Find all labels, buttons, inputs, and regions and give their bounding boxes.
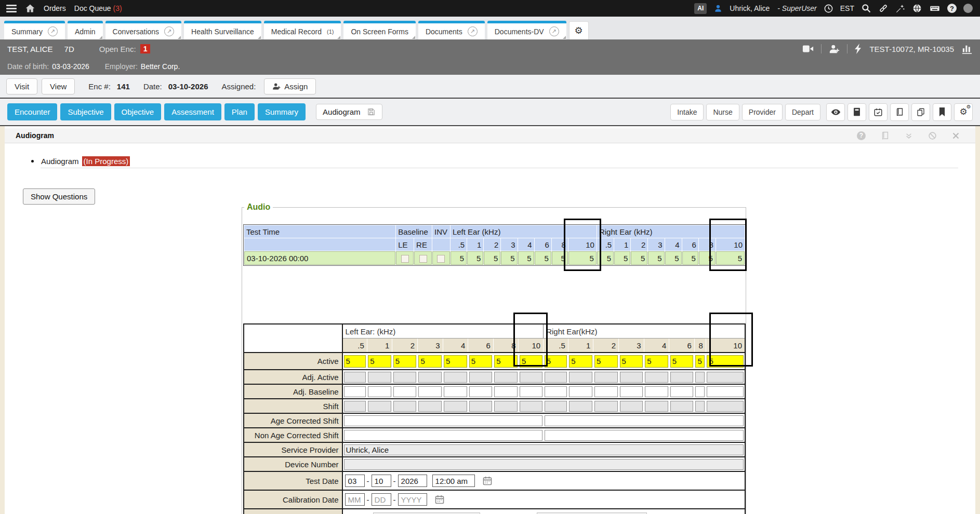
threshold-value-cell[interactable]: 5 [552,251,568,265]
nav-doc-queue[interactable]: Doc Queue (3) [74,4,122,12]
inv-checkbox[interactable] [437,255,445,263]
tab-conversations[interactable]: Conversations↗ [105,21,182,39]
ai-badge[interactable]: AI [694,3,707,14]
keyboard-icon[interactable] [929,3,941,13]
gears-icon[interactable]: ⚙⚙ [954,103,973,121]
lightning-bolt-icon[interactable] [855,44,862,54]
calendar-check-icon[interactable] [869,103,888,121]
nav-button-plan[interactable]: Plan [224,103,255,120]
threshold-value-cell[interactable]: 5 [451,251,467,265]
adj-active-input[interactable] [393,372,417,383]
nav-button-encounter[interactable]: Encounter [7,103,57,120]
tab-medical-record[interactable]: Medical Record(1) [264,21,341,39]
active-input[interactable]: 5 [494,355,518,368]
shift-input[interactable] [695,401,705,412]
threshold-value-cell[interactable]: 5 [518,251,534,265]
active-input[interactable]: 5 [620,355,643,368]
shift-input[interactable] [393,401,417,412]
shift-input[interactable] [670,401,694,412]
archive-box-icon[interactable] [847,103,866,121]
shift-input[interactable] [368,401,391,412]
adj-baseline-input[interactable] [469,386,493,397]
calendar-icon[interactable] [482,476,493,486]
nav-button-objective[interactable]: Objective [114,103,162,120]
shift-input[interactable] [620,401,643,412]
adj-active-input[interactable] [707,372,744,383]
right-ear-wide-input[interactable] [545,415,744,426]
shift-input[interactable] [494,401,518,412]
book-icon[interactable] [881,131,890,140]
adj-baseline-input[interactable] [368,386,391,397]
shift-input[interactable] [545,401,567,412]
globe-icon[interactable] [912,3,922,13]
adj-baseline-input[interactable] [594,386,618,397]
stage-button-intake[interactable]: Intake [670,104,704,120]
adj-active-input[interactable] [569,372,592,383]
help-icon[interactable]: ? [857,131,866,140]
nav-orders[interactable]: Orders [44,4,66,12]
copy-icon[interactable] [911,103,930,121]
adj-active-input[interactable] [594,372,618,383]
menu-icon[interactable] [6,5,17,12]
shift-input[interactable] [645,401,668,412]
threshold-value-cell[interactable]: 5 [568,251,597,265]
shift-input[interactable] [569,401,592,412]
adj-baseline-input[interactable] [494,386,518,397]
active-input[interactable]: 5 [594,355,618,368]
active-input[interactable]: 5 [645,355,668,368]
shift-input[interactable] [444,401,467,412]
tab-audiogram-document[interactable]: Audiogram [316,104,382,120]
re-checkbox[interactable] [419,255,427,263]
active-input[interactable]: 5 [444,355,467,368]
tab-settings-gear[interactable]: ⚙ [569,21,589,39]
threshold-value-cell[interactable]: 5 [467,251,483,265]
adj-baseline-input[interactable] [545,386,567,397]
tab-documents-dv[interactable]: Documents-DV↗ [487,21,566,39]
bar-chart-icon[interactable] [961,44,973,54]
threshold-value-cell[interactable]: 5 [484,251,500,265]
active-input[interactable]: 5 [707,355,744,368]
adj-active-input[interactable] [344,372,366,383]
calibration-date-year-input[interactable]: YYYY [398,493,427,506]
home-icon[interactable] [25,3,35,13]
active-input[interactable]: 5 [469,355,493,368]
wand-icon[interactable] [895,4,905,13]
adj-baseline-input[interactable] [695,386,705,397]
shift-input[interactable] [344,401,366,412]
active-input[interactable]: 5 [418,355,442,368]
test-date-day-input[interactable]: 10 [372,475,391,487]
stage-button-depart[interactable]: Depart [785,104,820,120]
link-icon[interactable] [878,3,889,13]
adj-baseline-input[interactable] [620,386,643,397]
adj-baseline-input[interactable] [520,386,542,397]
external-link-icon[interactable]: ↗ [468,26,478,36]
threshold-value-cell[interactable]: 5 [716,251,745,265]
tab-documents[interactable]: Documents↗ [418,21,485,39]
adj-active-input[interactable] [494,372,518,383]
external-link-icon[interactable]: ↗ [549,26,559,36]
adj-active-input[interactable] [620,372,643,383]
active-input[interactable]: 5 [695,355,705,368]
bookmark-icon[interactable] [933,103,951,121]
adj-active-input[interactable] [444,372,467,383]
view-button[interactable]: View [42,78,75,94]
left-ear-wide-input[interactable] [344,430,542,441]
shift-input[interactable] [520,401,542,412]
book-icon[interactable] [890,103,909,121]
adj-baseline-input[interactable] [707,386,744,397]
threshold-value-cell[interactable]: 5 [699,251,716,265]
threshold-value-cell[interactable]: 5 [648,251,664,265]
nav-button-subjective[interactable]: Subjective [60,103,111,120]
adj-active-input[interactable] [418,372,442,383]
adj-baseline-input[interactable] [569,386,592,397]
calibration-date-day-input[interactable]: DD [372,493,391,506]
external-link-icon[interactable]: ↗ [164,26,174,36]
adj-baseline-input[interactable] [444,386,467,397]
service-provider-field[interactable]: Uhrick, Alice [344,444,744,455]
ban-icon[interactable] [928,131,937,140]
shift-input[interactable] [469,401,493,412]
adj-active-input[interactable] [469,372,493,383]
test-date-time-input[interactable]: 12:00 am [432,475,475,487]
shift-input[interactable] [707,401,744,412]
threshold-value-cell[interactable]: 5 [614,251,630,265]
